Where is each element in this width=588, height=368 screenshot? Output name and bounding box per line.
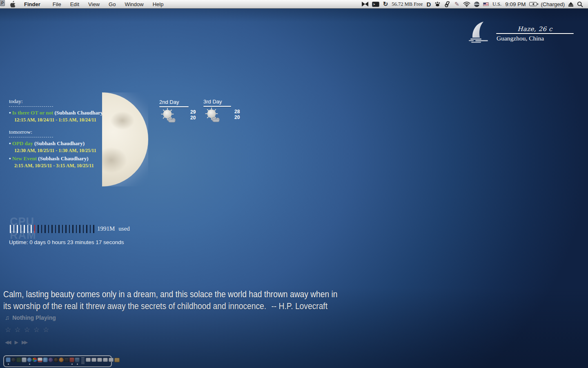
event-bullet: •: [9, 110, 11, 116]
event-title: New Event: [12, 155, 37, 162]
event-title: Is there OT or not: [12, 110, 53, 116]
menu-file[interactable]: File: [48, 0, 66, 9]
event-bullet: •: [9, 140, 11, 146]
quote-text: Calm, lasting beauty comes only in a dre…: [3, 288, 341, 312]
dock-app-icon[interactable]: [53, 357, 58, 362]
dock-app-icon[interactable]: [16, 357, 21, 362]
forecast-day2-high: 29: [190, 109, 196, 115]
menumeters-icon[interactable]: [362, 0, 368, 9]
input-source-label[interactable]: U.S.: [492, 1, 501, 7]
menu-go[interactable]: Go: [104, 0, 120, 9]
sync-icon[interactable]: ↻: [383, 0, 388, 9]
running-indicator: [77, 364, 78, 365]
calendar-event: • Is there OT or not (Subhash Chaudhary): [9, 110, 105, 116]
calendar-event: • OPD day (Subhash Chaudhary): [9, 140, 105, 147]
meter-tick: [72, 225, 74, 233]
apple-icon: [10, 1, 16, 7]
globe-status-icon[interactable]: [474, 2, 479, 7]
terminal-status-icon[interactable]: >: [372, 0, 379, 9]
meter-tick: [79, 225, 80, 233]
dock-minimized-window[interactable]: [103, 358, 108, 362]
quote-attribution: -- H.P. Lovecraft: [271, 301, 327, 311]
active-app-menu[interactable]: Finder: [20, 0, 45, 9]
star-icon[interactable]: ☆: [14, 326, 24, 334]
menu-window[interactable]: Window: [120, 0, 148, 9]
play-button[interactable]: ▶: [14, 339, 17, 345]
meter-tick: [41, 225, 42, 233]
dock-app-icon[interactable]: [43, 357, 48, 362]
rating-stars: ☆☆☆☆☆: [5, 325, 56, 334]
dock-app-icon[interactable]: [64, 357, 69, 362]
desktop-wallpaper: P Finder File Edit View Go Window Help >…: [0, 0, 588, 368]
dock-app-icon[interactable]: [59, 357, 64, 362]
event-time: 12:30 AM, 10/25/11 - 1:30 AM, 10/25/11: [9, 148, 105, 154]
meter-tick: [58, 225, 60, 233]
uptime-readout: Uptime: 0 days 0 hours 23 minutes 17 sec…: [9, 239, 124, 245]
menu-view[interactable]: View: [84, 0, 104, 9]
meter-tick: [62, 225, 63, 233]
ram-used-value: 1991M: [97, 225, 115, 232]
event-organizer: (Subhash Chaudhary): [54, 110, 105, 116]
dock-app-icon[interactable]: [6, 357, 11, 362]
event-organizer: (Subhash Chaudhary): [34, 140, 85, 146]
dock-minimized-window[interactable]: [91, 358, 96, 362]
moon-photo: [102, 92, 148, 186]
menu-clock[interactable]: 9:09 PM: [505, 1, 526, 7]
dock-minimized-window[interactable]: [86, 358, 91, 362]
meter-tick: [45, 225, 46, 233]
dock-folder-icon[interactable]: [114, 358, 120, 362]
star-icon[interactable]: ☆: [43, 326, 52, 334]
apple-menu[interactable]: [10, 1, 16, 7]
calendar-event: • New Event (Subhash Chaudhary): [9, 155, 105, 162]
dock-app-icon[interactable]: [11, 357, 16, 362]
menu-bar: P Finder File Edit View Go Window Help >…: [0, 0, 588, 9]
event-organizer: (Subhash Chaudhary): [38, 155, 88, 162]
meter-tick: [93, 225, 94, 233]
menu-edit[interactable]: Edit: [66, 0, 84, 9]
pencil-icon[interactable]: ✎: [454, 0, 459, 9]
weather-condition: Haze, 26 c: [496, 25, 574, 33]
spotlight-icon[interactable]: [577, 0, 583, 9]
battery-status-label[interactable]: (Charged): [541, 1, 565, 7]
d-app-icon[interactable]: D: [426, 0, 431, 9]
forward-button[interactable]: ▶▶: [22, 339, 27, 345]
star-icon[interactable]: ☆: [5, 326, 14, 334]
dock-app-icon[interactable]: [38, 357, 42, 362]
wifi-icon[interactable]: [463, 0, 470, 9]
dock-minimized-window[interactable]: [109, 358, 114, 362]
menu-help[interactable]: Help: [148, 0, 168, 9]
forecast-day3-label: 3rd Day: [203, 99, 243, 106]
dock-app-icon[interactable]: [32, 357, 37, 362]
forecast-day2-label: 2nd Day: [159, 99, 198, 106]
meter-tick: [69, 225, 70, 233]
dock-minimized-window[interactable]: [97, 358, 102, 362]
ram-used-suffix: used: [118, 225, 130, 232]
dock-app-icon[interactable]: [69, 357, 74, 362]
free-memory-readout[interactable]: 56.72 MB Free: [392, 1, 423, 7]
battery-icon[interactable]: [529, 0, 537, 9]
forecast-divider: [203, 106, 231, 107]
parallels-badge-icon[interactable]: P: [0, 0, 5, 6]
forecast-day3-low: 20: [234, 114, 240, 120]
star-icon[interactable]: ☆: [24, 326, 33, 334]
dock-app-icon[interactable]: [22, 357, 27, 362]
dock-app-icon[interactable]: [27, 357, 32, 362]
calendar-divider: [9, 137, 53, 137]
rewind-button[interactable]: ◀◀: [5, 339, 10, 345]
whistle-icon[interactable]: [444, 0, 451, 9]
weather-widget: Haze, 26 c Guangzhou, China: [465, 20, 579, 45]
weather-divider: [496, 33, 574, 34]
moon-haze-icon: [466, 20, 492, 45]
running-indicator: [71, 364, 73, 365]
sun-cloud-icon: [203, 108, 223, 126]
star-icon[interactable]: ☆: [33, 326, 43, 334]
eject-icon[interactable]: [568, 0, 573, 9]
meter-tick: [86, 225, 87, 233]
calendar-today-label: today:: [9, 98, 105, 105]
meter-tick: [51, 225, 53, 233]
growl-paw-icon[interactable]: [434, 0, 441, 9]
dock-app-icon[interactable]: [75, 357, 80, 362]
meter-tick: [38, 225, 39, 233]
us-flag-icon[interactable]: [483, 2, 489, 6]
dock-app-icon[interactable]: [48, 357, 53, 362]
